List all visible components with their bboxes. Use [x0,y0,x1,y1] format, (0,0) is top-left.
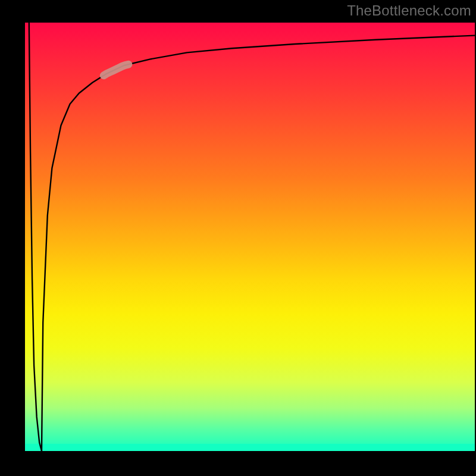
highlight-group [104,64,129,76]
chart-frame: TheBottleneck.com [0,0,476,476]
bottleneck-curve-svg [25,23,475,451]
bottleneck-curve-path [29,23,475,451]
plot-gradient-area [25,23,475,451]
curve-group [29,23,475,451]
highlight-segment [104,64,129,76]
watermark-text: TheBottleneck.com [347,2,471,19]
